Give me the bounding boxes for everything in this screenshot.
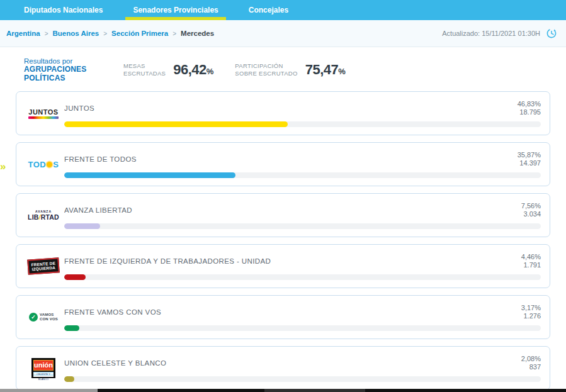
result-bar-fill <box>64 376 74 382</box>
party-name: FRENTE VAMOS CON VOS <box>64 308 161 316</box>
result-bar-track <box>64 172 541 178</box>
party-card-union-celeste-y-blanco[interactable]: unión CELESTE Y BLANCO UNION CELESTE Y B… <box>16 346 550 390</box>
updated-value: 15/11/2021 01:30H <box>482 30 540 37</box>
todos-logo-text: TOD <box>28 160 47 169</box>
party-card-vamos-con-vos[interactable]: ✓ VAMOS CON VOS FRENTE VAMOS CON VOS 3,1… <box>16 295 550 339</box>
result-bar-fill <box>64 172 235 178</box>
party-values: 2,08% 837 <box>521 355 541 371</box>
frente-de-izquierda-logo: FRENTE DE IZQUIERDA <box>23 259 64 274</box>
avanza-libertad-logo: AVANZA LIB/RTAD <box>23 210 64 221</box>
updated-label: Actualizado: <box>442 30 480 37</box>
party-card-avanza-libertad[interactable]: AVANZA LIB/RTAD AVANZA LIBERTAD 7,56% 3.… <box>16 193 550 237</box>
mesas-escrutadas-stat: MESAS ESCRUTADAS 96,42% <box>123 62 213 78</box>
union-celeste-y-blanco-logo: unión CELESTE Y BLANCO <box>23 358 64 378</box>
taskbar-edge <box>0 389 566 392</box>
party-votes: 837 <box>521 363 541 371</box>
party-card-frente-de-izquierda[interactable]: FRENTE DE IZQUIERDA FRENTE DE IZQUIERDA … <box>16 244 550 288</box>
breadcrumb-separator: > <box>173 30 176 37</box>
breadcrumb-separator: > <box>103 30 107 37</box>
party-votes: 14.397 <box>518 159 541 167</box>
vamos-logo-text: VAMOS CON VOS <box>40 313 58 322</box>
party-values: 4,46% 1.791 <box>521 253 541 269</box>
refresh-clock-icon[interactable] <box>546 28 557 39</box>
top-tab-bar: Diputados Nacionales Senadores Provincia… <box>0 0 566 20</box>
result-bar-fill <box>64 274 86 280</box>
summary-row: Resultados por AGRUPACIONES POLÍTICAS ME… <box>0 47 566 91</box>
todos-logo-text: S <box>53 160 59 169</box>
result-bar-track <box>64 274 541 280</box>
party-name: FRENTE DE IZQUIERDA Y DE TRABAJADORES - … <box>64 257 271 265</box>
tab-concejales[interactable]: Concejales <box>241 0 296 20</box>
party-percent: 46,83% <box>518 100 541 108</box>
result-bar-track <box>64 223 541 229</box>
party-name: FRENTE DE TODOS <box>64 155 137 163</box>
carousel-next-chevron-icon[interactable]: » <box>0 161 6 172</box>
juntos-logo: JUNTOS <box>23 108 64 119</box>
results-list: JUNTOS JUNTOS 46,83% 18.795 TODS <box>0 91 566 390</box>
results-by-line2: AGRUPACIONES POLÍTICAS <box>24 65 123 82</box>
participacion-value: 75,47% <box>305 62 346 78</box>
party-votes: 1.791 <box>521 261 541 269</box>
party-votes: 3.034 <box>521 210 541 218</box>
party-card-juntos[interactable]: JUNTOS JUNTOS 46,83% 18.795 <box>16 91 550 135</box>
union-logo-text: unión <box>33 360 54 371</box>
participacion-stat: PARTICIPACIÓN SOBRE ESCRUTADO 75,47% <box>235 62 345 78</box>
party-values: 35,87% 14.397 <box>518 151 541 167</box>
result-bar-fill <box>64 223 100 229</box>
party-percent: 7,56% <box>521 202 541 210</box>
party-percent: 4,46% <box>521 253 541 261</box>
breadcrumb-seccion-primera[interactable]: Sección Primera <box>111 30 168 37</box>
results-by-heading: Resultados por AGRUPACIONES POLÍTICAS <box>24 57 123 82</box>
result-bar-track <box>64 121 541 127</box>
sun-icon <box>47 162 52 167</box>
party-values: 46,83% 18.795 <box>518 100 541 116</box>
results-by-line1: Resultados por <box>24 57 123 65</box>
party-percent: 35,87% <box>518 151 541 159</box>
party-card-frente-de-todos[interactable]: TODS FRENTE DE TODOS 35,87% 14.397 <box>16 142 550 186</box>
frente-de-todos-logo: TODS <box>23 160 64 169</box>
juntos-rainbow-bar <box>28 116 58 119</box>
result-bar-track <box>64 325 541 331</box>
breadcrumb-mercedes: Mercedes <box>181 30 214 37</box>
party-votes: 18.795 <box>518 108 541 116</box>
tab-senadores-provinciales[interactable]: Senadores Provinciales <box>125 0 225 20</box>
breadcrumb-argentina[interactable]: Argentina <box>6 30 40 37</box>
mesas-escrutadas-label: MESAS ESCRUTADAS <box>123 62 166 77</box>
juntos-logo-text: JUNTOS <box>28 108 58 116</box>
result-bar-track <box>64 376 541 382</box>
result-bar-fill <box>64 121 288 127</box>
fit-logo-text: FRENTE DE IZQUIERDA <box>27 257 60 274</box>
party-values: 7,56% 3.034 <box>521 202 541 218</box>
tab-diputados-nacionales[interactable]: Diputados Nacionales <box>16 0 110 20</box>
party-percent: 3,17% <box>521 304 541 312</box>
party-values: 3,17% 1.276 <box>521 304 541 320</box>
party-name: JUNTOS <box>64 104 94 112</box>
union-logo-band-text: CELESTE Y BLANCO <box>33 372 54 377</box>
updated-status: Actualizado: 15/11/2021 01:30H <box>442 28 557 39</box>
party-name: AVANZA LIBERTAD <box>64 206 132 214</box>
mesas-escrutadas-value: 96,42% <box>173 62 213 78</box>
breadcrumb-buenos-aires[interactable]: Buenos Aires <box>53 30 99 37</box>
party-percent: 2,08% <box>521 355 541 363</box>
breadcrumb-separator: > <box>45 30 48 37</box>
party-name: UNION CELESTE Y BLANCO <box>64 359 166 367</box>
vamos-con-vos-logo: ✓ VAMOS CON VOS <box>23 313 64 322</box>
participacion-label: PARTICIPACIÓN SOBRE ESCRUTADO <box>235 62 297 77</box>
breadcrumb-bar: Argentina > Buenos Aires > Sección Prime… <box>0 20 566 47</box>
result-bar-fill <box>64 325 79 331</box>
party-votes: 1.276 <box>521 312 541 320</box>
check-circle-icon: ✓ <box>29 313 38 322</box>
breadcrumb: Argentina > Buenos Aires > Sección Prime… <box>6 30 214 37</box>
